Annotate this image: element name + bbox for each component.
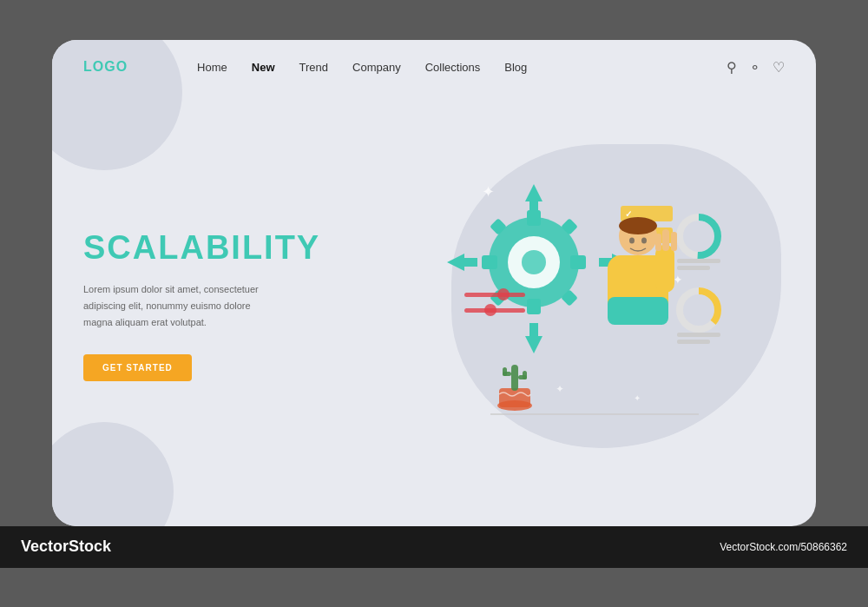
- svg-rect-26: [677, 340, 710, 344]
- nav-trend[interactable]: Trend: [299, 61, 328, 74]
- heart-icon[interactable]: ♡: [773, 59, 785, 76]
- nav-new[interactable]: New: [252, 61, 275, 74]
- right-section: ✓ ✓ ✦ ✦: [387, 112, 785, 500]
- svg-marker-13: [447, 254, 477, 271]
- left-section: SCALABILITY Lorem ipsum dolor sit amet, …: [83, 112, 387, 500]
- svg-rect-46: [655, 245, 674, 293]
- illustration-svg: ✓ ✓ ✦ ✦: [421, 158, 751, 453]
- svg-rect-47: [662, 229, 669, 251]
- svg-rect-25: [677, 333, 720, 337]
- nav-icons: ⚲ ⚬ ♡: [727, 59, 785, 76]
- svg-rect-27: [464, 293, 525, 297]
- svg-rect-37: [511, 365, 518, 391]
- brand-url: VectorStock.com/50866362: [720, 541, 847, 553]
- bottom-bar: VectorStock VectorStock.com/50866362: [0, 526, 868, 568]
- svg-point-51: [641, 238, 647, 244]
- svg-rect-21: [677, 259, 720, 263]
- navbar: LOGO Home New Trend Company Collections …: [52, 40, 816, 95]
- main-card: LOGO Home New Trend Company Collections …: [52, 40, 816, 526]
- svg-point-28: [497, 288, 510, 300]
- svg-text:✦: ✦: [482, 183, 495, 201]
- nav-home[interactable]: Home: [197, 61, 227, 74]
- nav-collections[interactable]: Collections: [425, 61, 481, 74]
- svg-marker-11: [525, 184, 542, 214]
- svg-text:✦: ✦: [634, 393, 641, 403]
- main-content: SCALABILITY Lorem ipsum dolor sit amet, …: [52, 95, 816, 526]
- nav-links: Home New Trend Company Collections Blog: [197, 61, 727, 74]
- search-icon[interactable]: ⚲: [727, 59, 737, 76]
- nav-company[interactable]: Company: [352, 61, 401, 74]
- svg-point-30: [484, 304, 496, 316]
- logo: LOGO: [83, 59, 128, 75]
- svg-rect-22: [677, 266, 710, 270]
- svg-point-43: [619, 217, 657, 234]
- hero-description: Lorem ipsum dolor sit amet, consectetuer…: [83, 281, 274, 330]
- svg-rect-41: [523, 371, 527, 379]
- svg-point-50: [629, 238, 635, 244]
- svg-rect-4: [527, 299, 541, 314]
- page-title: SCALABILITY: [83, 230, 370, 267]
- svg-rect-45: [608, 297, 668, 325]
- svg-text:✦: ✦: [556, 383, 564, 395]
- svg-rect-49: [655, 234, 661, 251]
- brand-name: VectorStock: [21, 538, 111, 556]
- svg-rect-6: [570, 255, 586, 269]
- user-icon[interactable]: ⚬: [749, 59, 760, 76]
- svg-marker-12: [525, 323, 542, 353]
- svg-rect-40: [503, 367, 507, 376]
- svg-text:✓: ✓: [625, 209, 632, 219]
- cta-button[interactable]: GET STARTED: [83, 354, 192, 381]
- svg-rect-5: [482, 255, 497, 269]
- svg-rect-48: [671, 232, 677, 251]
- svg-rect-36: [499, 388, 530, 407]
- svg-point-2: [522, 250, 546, 274]
- nav-blog[interactable]: Blog: [504, 61, 527, 74]
